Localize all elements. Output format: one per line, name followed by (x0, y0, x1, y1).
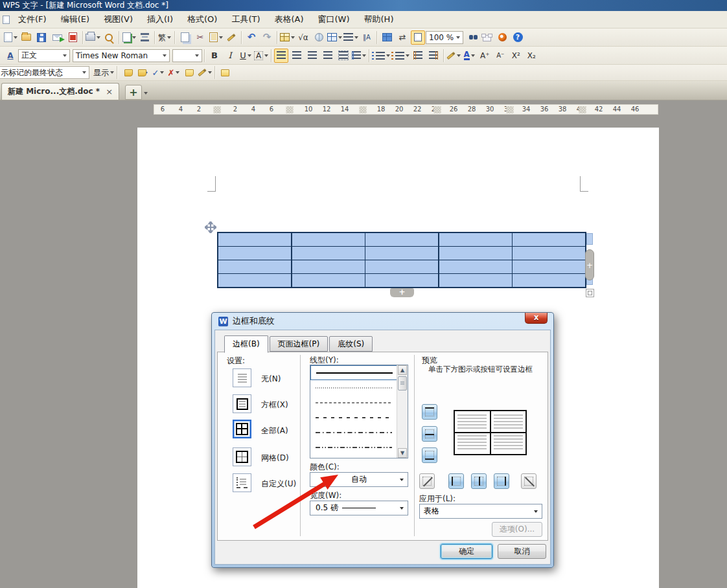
setting-box-button[interactable] (233, 394, 251, 413)
new-document-button[interactable] (3, 30, 17, 45)
table-cell[interactable] (218, 260, 291, 273)
table-cell[interactable] (439, 247, 512, 260)
table-move-handle[interactable] (205, 221, 216, 233)
tab-borders[interactable]: 边框(B) (224, 335, 268, 353)
export-pdf-button[interactable] (65, 30, 80, 45)
document-tab[interactable]: 新建 Micro...文档.doc * × (1, 83, 119, 100)
align-center-button[interactable] (290, 49, 304, 63)
subscript-button[interactable]: X₂ (524, 49, 538, 63)
italic-button[interactable]: I (223, 49, 237, 63)
find-button[interactable] (464, 30, 478, 45)
menu-tools[interactable]: 工具(T) (224, 12, 267, 27)
menu-view[interactable]: 视图(V) (97, 12, 140, 27)
align-left-button[interactable] (274, 49, 288, 63)
new-tab-dropdown[interactable] (144, 92, 148, 95)
table-cell[interactable] (365, 233, 438, 246)
bullet-list-button[interactable] (391, 49, 410, 63)
table-cell[interactable] (292, 260, 365, 273)
numbered-list-button[interactable] (372, 49, 390, 63)
cut-button[interactable]: ✂ (193, 30, 207, 45)
skin-button[interactable] (479, 30, 494, 45)
font-size-combobox[interactable] (172, 49, 202, 62)
redo-button[interactable]: ↷ (260, 30, 274, 45)
preview-diag-up-button[interactable] (419, 473, 435, 489)
table-cell[interactable] (513, 274, 585, 287)
table-cell[interactable] (365, 274, 438, 287)
char-border-button[interactable]: A (254, 49, 268, 63)
weibo-button[interactable] (495, 30, 509, 45)
table-cell[interactable] (439, 274, 512, 287)
zoom-combobox[interactable]: 100 % (426, 31, 463, 44)
ok-button[interactable]: 确定 (441, 544, 492, 559)
table-cell[interactable] (365, 247, 438, 260)
window-menu-icon[interactable] (3, 16, 10, 24)
draw-table-button[interactable] (280, 30, 295, 45)
row-handle-top[interactable] (586, 233, 593, 245)
table-cell[interactable] (513, 260, 585, 273)
accept-change-button[interactable]: ✓ (151, 65, 165, 80)
table-cell[interactable] (439, 233, 512, 246)
line-style-scrollbar[interactable]: ▲ ▼ (397, 365, 408, 458)
page-layout-button[interactable] (411, 30, 425, 45)
line-style-solid[interactable] (310, 365, 408, 380)
markup-state-combobox[interactable]: 示标记的最终状态 (0, 66, 89, 79)
document-map-button[interactable] (380, 30, 394, 45)
preview-diag-down-button[interactable] (521, 473, 537, 489)
table-cell[interactable] (218, 274, 291, 287)
tab-page-border[interactable]: 页面边框(P) (270, 336, 329, 352)
table-cell[interactable] (292, 274, 365, 287)
paste-button[interactable] (209, 30, 223, 45)
document-table[interactable] (217, 232, 586, 288)
highlight2-button[interactable] (198, 65, 212, 80)
table-resize-handle[interactable]: + (585, 249, 594, 280)
traditional-convert-button[interactable]: 繁 (157, 30, 172, 45)
new-from-template-button[interactable] (122, 30, 136, 45)
tab-shading[interactable]: 底纹(S) (329, 336, 373, 352)
style-combobox[interactable]: 正文 (18, 49, 70, 62)
underline-button[interactable]: U (238, 49, 253, 63)
increase-indent-button[interactable] (426, 49, 441, 63)
dialog-titlebar[interactable]: W 边框和底纹 (212, 313, 553, 330)
next-change-button[interactable] (135, 65, 150, 80)
tab-stops-button[interactable]: ‖A (360, 30, 374, 45)
setting-all-button[interactable] (233, 420, 251, 438)
previous-change-button[interactable] (120, 65, 134, 80)
line-style-dash-dot-dot[interactable] (310, 440, 408, 455)
setting-grid-button[interactable] (233, 447, 251, 466)
style-gallery-icon[interactable]: A (3, 49, 17, 63)
font-combobox[interactable]: Times New Roman (73, 49, 170, 62)
print-preview-button[interactable] (102, 30, 116, 45)
copy-button[interactable] (178, 30, 192, 45)
preview-vcenter-border-button[interactable] (471, 473, 487, 489)
send-email-button[interactable] (50, 30, 64, 45)
menu-window[interactable]: 窗口(W) (311, 12, 357, 27)
menu-insert[interactable]: 插入(I) (140, 12, 180, 27)
justify-button[interactable] (321, 49, 335, 63)
menu-table[interactable]: 表格(A) (268, 12, 311, 27)
table-cell[interactable] (513, 247, 585, 260)
preview-right-border-button[interactable] (494, 473, 509, 489)
table-corner-handle[interactable] (586, 289, 594, 297)
insert-comment-button[interactable] (182, 65, 196, 80)
menu-edit[interactable]: 编辑(E) (54, 12, 97, 27)
align-right-button[interactable] (305, 49, 319, 63)
line-style-dash-dot[interactable] (310, 425, 408, 440)
line-style-dash-sparse[interactable] (310, 410, 408, 425)
table-cell[interactable] (292, 233, 365, 246)
open-button[interactable] (19, 30, 33, 45)
comments-pane-button[interactable] (218, 65, 232, 80)
bold-button[interactable]: B (207, 49, 222, 63)
scroll-down-icon[interactable]: ▼ (398, 448, 407, 458)
menu-file[interactable]: 文件(F) (11, 12, 54, 27)
line-spacing-button[interactable] (352, 49, 366, 63)
add-row-button[interactable]: + (390, 288, 414, 297)
preview-bottom-border-button[interactable] (422, 447, 437, 463)
preview-diagram[interactable] (454, 410, 527, 455)
close-tab-icon[interactable]: × (106, 87, 113, 96)
format-painter-button[interactable] (224, 30, 238, 45)
scroll-thumb[interactable] (398, 376, 407, 390)
decrease-indent-button[interactable] (411, 49, 425, 63)
scroll-up-icon[interactable]: ▲ (398, 365, 407, 375)
preview-hcenter-border-button[interactable] (422, 426, 437, 442)
superscript-button[interactable]: X² (509, 49, 523, 63)
